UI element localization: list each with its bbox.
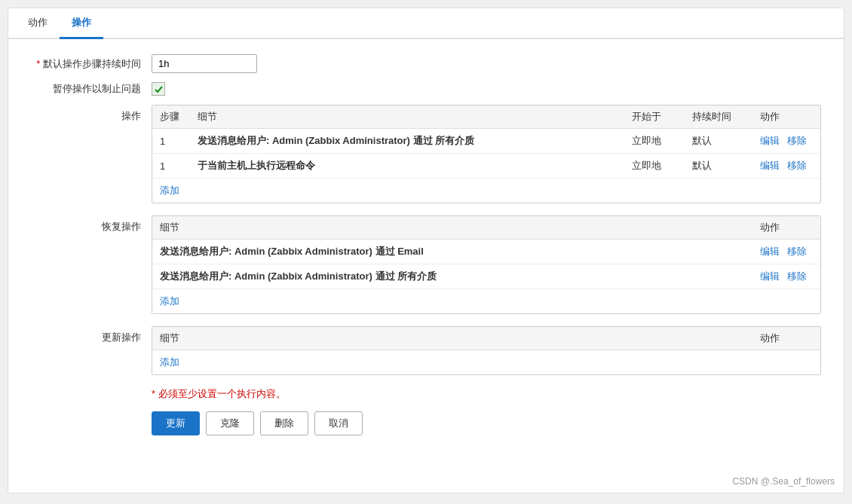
- rec-row2-remove[interactable]: 移除: [787, 270, 807, 282]
- ops-add-row: 添加: [152, 179, 820, 203]
- rec-row1-remove[interactable]: 移除: [787, 246, 807, 257]
- rec-row1-detail: 发送消息给用户: Admin (Zabbix Administrator) 通过…: [152, 240, 752, 264]
- default-duration-row: 默认操作步骤持续时间: [31, 54, 821, 73]
- default-duration-label: 默认操作步骤持续时间: [31, 57, 152, 71]
- rec-add-cell: 添加: [152, 289, 820, 314]
- ops-row2-detail-text: 于当前主机上执行远程命令: [198, 160, 315, 171]
- upd-add-link[interactable]: 添加: [160, 356, 179, 368]
- operations-table-wrap: 步骤 细节 开始于 持续时间 动作 1 发送消息给用户: Admin (Zabb…: [152, 105, 821, 203]
- upd-add-row: 添加: [152, 350, 820, 375]
- ops-row2-detail: 于当前主机上执行远程命令: [190, 154, 624, 179]
- ops-row1-step: 1: [152, 129, 190, 154]
- rec-row2-detail-text: 发送消息给用户: Admin (Zabbix Administrator) 通过…: [160, 270, 437, 282]
- ops-row2-start: 立即地: [624, 154, 685, 179]
- ops-row2-edit[interactable]: 编辑: [760, 160, 780, 171]
- ops-row2-remove[interactable]: 移除: [787, 160, 807, 171]
- clone-button[interactable]: 克隆: [206, 411, 254, 435]
- recovery-table-wrap: 细节 动作 发送消息给用户: Admin (Zabbix Administrat…: [152, 215, 821, 314]
- update-section-label: 更新操作: [31, 326, 152, 375]
- ops-add-link[interactable]: 添加: [160, 185, 179, 196]
- ops-col-detail: 细节: [190, 105, 624, 129]
- ops-add-cell: 添加: [152, 179, 820, 203]
- watermark: CSDN @.Sea_of_flowers: [732, 476, 835, 487]
- ops-row2-duration: 默认: [685, 154, 752, 179]
- update-button[interactable]: 更新: [152, 411, 200, 435]
- tabs-bar: 动作 操作: [8, 8, 844, 39]
- table-row: 发送消息给用户: Admin (Zabbix Administrator) 通过…: [152, 240, 820, 264]
- pause-label: 暂停操作以制止问题: [31, 82, 152, 96]
- ops-row2-step: 1: [152, 154, 190, 179]
- recovery-section-label: 恢复操作: [31, 215, 152, 314]
- update-table: 细节 动作 添加: [152, 327, 820, 374]
- operations-table: 步骤 细节 开始于 持续时间 动作 1 发送消息给用户: Admin (Zabb…: [152, 105, 820, 203]
- tab-actions[interactable]: 动作: [16, 8, 60, 39]
- upd-col-action: 动作: [752, 327, 820, 350]
- pause-checkbox[interactable]: [152, 82, 165, 96]
- ops-col-start: 开始于: [624, 105, 685, 129]
- upd-col-detail: 细节: [152, 327, 752, 350]
- pause-checkbox-wrap[interactable]: [152, 82, 165, 96]
- default-duration-input[interactable]: [152, 54, 257, 73]
- pause-row: 暂停操作以制止问题: [31, 82, 821, 96]
- rec-row2-edit[interactable]: 编辑: [760, 270, 780, 282]
- recovery-section: 恢复操作 细节 动作 发送消息给用户: Admin (Zabbix Admini…: [31, 215, 821, 314]
- checkmark-icon: [154, 84, 164, 94]
- rec-col-action: 动作: [752, 216, 820, 240]
- delete-button[interactable]: 删除: [260, 411, 308, 435]
- ops-row1-remove[interactable]: 移除: [787, 135, 807, 146]
- ops-col-duration: 持续时间: [685, 105, 752, 129]
- error-message: * 必须至少设置一个执行内容。: [152, 387, 821, 401]
- ops-row1-detail: 发送消息给用户: Admin (Zabbix Administrator) 通过…: [190, 129, 624, 154]
- operations-section: 操作 步骤 细节 开始于 持续时间 动作 1: [31, 105, 821, 203]
- rec-add-link[interactable]: 添加: [160, 295, 179, 307]
- ops-row1-duration: 默认: [685, 129, 752, 154]
- operations-section-label: 操作: [31, 105, 152, 203]
- rec-add-row: 添加: [152, 289, 820, 314]
- rec-row1-actions: 编辑 移除: [752, 240, 820, 264]
- rec-row1-edit[interactable]: 编辑: [760, 246, 780, 257]
- table-row: 发送消息给用户: Admin (Zabbix Administrator) 通过…: [152, 264, 820, 289]
- tab-operations[interactable]: 操作: [60, 8, 103, 39]
- cancel-button[interactable]: 取消: [314, 411, 363, 435]
- ops-col-action: 动作: [752, 105, 820, 129]
- ops-row1-start: 立即地: [624, 129, 685, 154]
- ops-row1-edit[interactable]: 编辑: [760, 135, 780, 146]
- ops-row1-detail-text: 发送消息给用户: Admin (Zabbix Administrator) 通过…: [198, 135, 474, 146]
- update-section: 更新操作 细节 动作 添加: [31, 326, 821, 375]
- rec-col-detail: 细节: [152, 216, 752, 240]
- table-row: 1 发送消息给用户: Admin (Zabbix Administrator) …: [152, 129, 820, 154]
- button-row: 更新 克隆 删除 取消: [152, 411, 821, 435]
- rec-row1-detail-text: 发送消息给用户: Admin (Zabbix Administrator) 通过…: [160, 246, 424, 257]
- ops-row1-actions: 编辑 移除: [752, 129, 820, 154]
- upd-add-cell: 添加: [152, 350, 820, 375]
- rec-row2-actions: 编辑 移除: [752, 264, 820, 289]
- rec-row2-detail: 发送消息给用户: Admin (Zabbix Administrator) 通过…: [152, 264, 752, 289]
- ops-row2-actions: 编辑 移除: [752, 154, 820, 179]
- recovery-table: 细节 动作 发送消息给用户: Admin (Zabbix Administrat…: [152, 216, 820, 313]
- ops-col-step: 步骤: [152, 105, 190, 129]
- table-row: 1 于当前主机上执行远程命令 立即地 默认 编辑 移除: [152, 154, 820, 179]
- update-table-wrap: 细节 动作 添加: [152, 326, 821, 375]
